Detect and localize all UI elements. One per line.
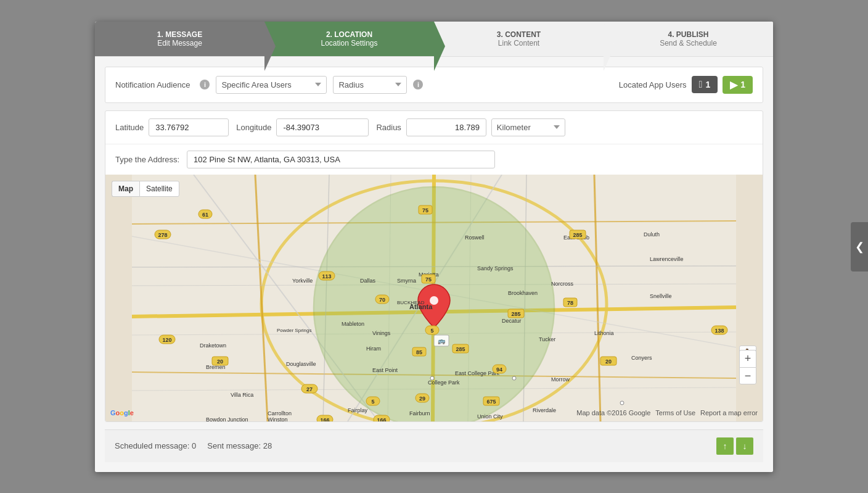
svg-text:Roswell: Roswell — [465, 234, 485, 241]
svg-text:Douglasville: Douglasville — [286, 361, 316, 367]
message-stats: Scheduled message: 0 Sent message: 28 — [115, 441, 272, 450]
zoom-in-button[interactable]: + — [739, 350, 756, 367]
report-link[interactable]: Report a map error — [700, 409, 758, 416]
svg-text:120: 120 — [162, 337, 171, 343]
map-view-controls: Map Satellite — [112, 181, 179, 197]
svg-text:75: 75 — [422, 207, 428, 213]
terms-link[interactable]: Terms of Use — [655, 409, 695, 416]
svg-text:BUCKHEAD: BUCKHEAD — [397, 300, 425, 305]
svg-text:Brookhaven: Brookhaven — [508, 290, 538, 296]
svg-text:70: 70 — [379, 297, 385, 303]
audience-select[interactable]: Specific Area Users All Users — [216, 76, 327, 94]
zoom-out-button[interactable]: − — [739, 367, 756, 384]
svg-text:🚌: 🚌 — [438, 337, 446, 345]
svg-text:Dallas: Dallas — [360, 278, 376, 284]
map-zoom-controls: + − — [739, 350, 756, 384]
svg-text:Fairburn: Fairburn — [409, 410, 430, 416]
svg-text:Sandy Springs: Sandy Springs — [477, 265, 514, 271]
svg-text:Tucker: Tucker — [539, 336, 555, 342]
svg-text:285: 285 — [573, 232, 582, 238]
lat-group: Latitude — [115, 118, 229, 136]
svg-text:166: 166 — [377, 417, 386, 421]
svg-text:85: 85 — [416, 349, 422, 355]
lat-input[interactable] — [149, 118, 229, 136]
svg-text:Winston: Winston — [268, 416, 288, 421]
radius-coord-label: Radius — [376, 123, 401, 132]
stepper: 1. MESSAGE Edit Message 2. LOCATION Loca… — [95, 22, 773, 57]
step-message[interactable]: 1. MESSAGE Edit Message — [95, 22, 264, 56]
svg-text:Lawrenceville: Lawrenceville — [650, 256, 684, 262]
step-message-number: 1. MESSAGE — [157, 30, 202, 39]
svg-text:Fairplay: Fairplay — [348, 407, 368, 413]
svg-text:27: 27 — [306, 386, 313, 392]
svg-text:5: 5 — [371, 399, 374, 405]
svg-text:20: 20 — [217, 358, 223, 365]
sent-count: 28 — [263, 441, 272, 450]
svg-text:Riverdale: Riverdale — [533, 407, 556, 413]
nav-up-button[interactable]: ↑ — [716, 437, 734, 455]
step-content[interactable]: 3. CONTENT Link Content — [434, 22, 604, 56]
svg-text:94: 94 — [496, 367, 502, 373]
audience-info-icon[interactable]: i — [200, 80, 210, 89]
sent-label: Sent message: — [207, 441, 261, 450]
step-message-label: Edit Message — [157, 39, 202, 48]
address-input[interactable] — [187, 151, 495, 168]
located-users: Located App Users  1 ▶ 1 — [619, 76, 753, 94]
lat-label: Latitude — [115, 123, 144, 132]
map-svg: Marietta Sandy Springs Atlanta Brookhave… — [105, 175, 763, 421]
svg-text:Snellville: Snellville — [650, 293, 672, 299]
nav-down-button[interactable]: ↓ — [736, 437, 753, 455]
map-data-text: Map data ©2016 Google — [576, 409, 650, 416]
radius-group: Radius Kilometer Mile — [376, 118, 565, 136]
chevron-left-icon: ❮ — [855, 240, 864, 254]
apple-icon:  — [699, 79, 703, 90]
radius-info-icon[interactable]: i — [413, 80, 423, 89]
svg-text:Conyers: Conyers — [631, 355, 652, 361]
svg-text:Union City: Union City — [477, 413, 503, 420]
svg-text:675: 675 — [486, 399, 496, 405]
google-logo: Google — [110, 409, 134, 416]
svg-text:20: 20 — [605, 358, 612, 365]
map-container[interactable]: Marietta Sandy Springs Atlanta Brookhave… — [105, 175, 763, 421]
svg-text:Vinings: Vinings — [372, 330, 391, 336]
step-publish[interactable]: 4. PUBLISH Send & Schedule — [604, 22, 773, 56]
svg-text:Smyrna: Smyrna — [397, 278, 416, 284]
android-badge: ▶ 1 — [723, 76, 753, 94]
located-label: Located App Users — [619, 80, 687, 89]
svg-text:Lithonia: Lithonia — [594, 330, 614, 336]
svg-text:285: 285 — [456, 346, 465, 352]
android-count: 1 — [740, 80, 745, 89]
svg-point-63 — [430, 376, 434, 380]
svg-point-65 — [620, 401, 624, 405]
lng-group: Longitude — [236, 118, 369, 136]
step-content-number: 3. CONTENT — [497, 30, 541, 39]
svg-text:5: 5 — [430, 328, 433, 334]
svg-text:Norcross: Norcross — [551, 281, 574, 287]
satellite-view-button[interactable]: Satellite — [139, 181, 179, 197]
svg-text:Decatur: Decatur — [502, 318, 522, 324]
svg-text:Mableton: Mableton — [342, 321, 364, 327]
step-location-number: 2. LOCATION — [321, 30, 377, 39]
svg-text:Powder Springs: Powder Springs — [277, 328, 311, 333]
scheduled-label: Scheduled message: — [115, 441, 189, 450]
step-location-label: Location Settings — [321, 39, 377, 48]
step-location[interactable]: 2. LOCATION Location Settings — [264, 22, 434, 56]
main-content: Notification Audience i Specific Area Us… — [95, 57, 773, 472]
svg-text:Duluth: Duluth — [644, 231, 660, 238]
lng-input[interactable] — [276, 118, 369, 136]
step-publish-number: 4. PUBLISH — [660, 30, 717, 39]
nav-arrows: ↑ ↓ — [716, 437, 753, 455]
scheduled-count: 0 — [192, 441, 196, 450]
side-collapse-button[interactable]: ❮ — [851, 222, 868, 271]
radius-input[interactable] — [406, 118, 486, 136]
ios-badge:  1 — [692, 76, 718, 93]
svg-text:61: 61 — [202, 212, 208, 218]
radius-type-select[interactable]: Radius Circle Rectangle — [333, 76, 407, 94]
svg-text:166: 166 — [320, 417, 329, 421]
svg-text:College Park: College Park — [428, 379, 460, 386]
map-view-button[interactable]: Map — [112, 181, 139, 197]
radius-unit-select[interactable]: Kilometer Mile — [491, 118, 565, 136]
audience-label: Notification Audience — [115, 80, 190, 89]
svg-text:278: 278 — [158, 232, 167, 238]
address-label: Type the Address: — [115, 155, 179, 164]
